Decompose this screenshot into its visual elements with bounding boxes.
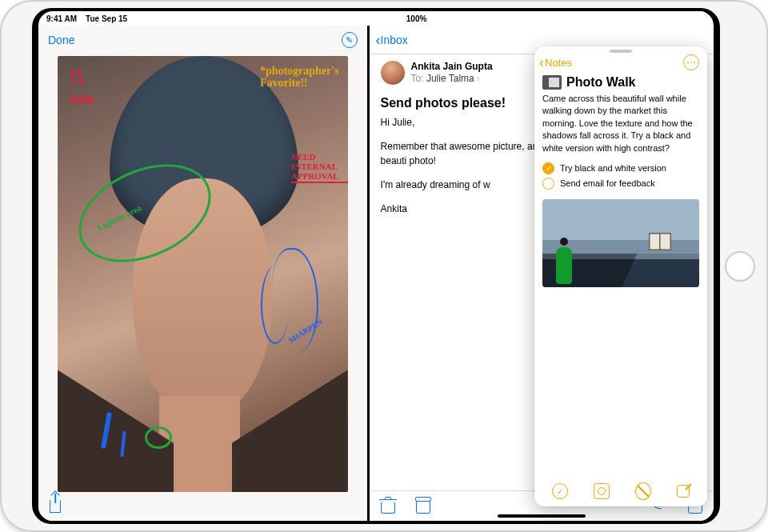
checkbox-checked-icon[interactable]: ✓ bbox=[542, 162, 554, 174]
more-icon[interactable]: ⋯ bbox=[683, 54, 699, 70]
checklist-icon[interactable]: ✓ bbox=[552, 483, 568, 499]
checklist-item[interactable]: Send email for feedback bbox=[542, 178, 699, 190]
checklist-label: Try black and white version bbox=[560, 163, 666, 173]
mail-to-label: To: bbox=[411, 73, 424, 84]
markup-icon[interactable] bbox=[635, 483, 651, 499]
chevron-left-icon: ‹ bbox=[539, 55, 544, 70]
home-button[interactable] bbox=[725, 251, 755, 282]
battery-percent: 100% bbox=[406, 14, 427, 23]
ipad-frame: 9:41 AM Tue Sep 15 100% Done ✎ bbox=[0, 0, 768, 532]
status-time: 9:41 AM bbox=[46, 14, 77, 23]
done-button[interactable]: Done bbox=[48, 34, 74, 46]
annotation-sharpen-stroke-2 bbox=[261, 266, 290, 344]
avatar[interactable] bbox=[381, 61, 405, 85]
photo-canvas[interactable]: !! ooo *photographer's Favorite!! NEED I… bbox=[58, 56, 348, 492]
checklist-item[interactable]: ✓ Try black and white version bbox=[542, 162, 699, 174]
notes-back-button[interactable]: ‹ Notes bbox=[539, 55, 572, 70]
note-thumbnail-icon bbox=[542, 75, 562, 90]
mail-from[interactable]: Ankita Jain Gupta bbox=[411, 61, 493, 73]
screen: 9:41 AM Tue Sep 15 100% Done ✎ bbox=[38, 11, 714, 521]
split-view: Done ✎ !! ooo *photogra bbox=[38, 26, 714, 521]
notes-slideover[interactable]: ‹ Notes ⋯ Photo Walk Came across this be… bbox=[534, 46, 707, 506]
checklist-label: Send email for feedback bbox=[560, 178, 655, 188]
note-attached-photo[interactable] bbox=[542, 199, 699, 287]
annotation-favorite: *photographer's Favorite!! bbox=[260, 65, 339, 90]
trash-icon[interactable] bbox=[381, 502, 395, 514]
status-bar: 9:41 AM Tue Sep 15 100% bbox=[38, 11, 714, 26]
share-icon[interactable] bbox=[50, 500, 61, 513]
archive-icon[interactable] bbox=[416, 499, 430, 514]
annotation-green-circle bbox=[145, 426, 172, 449]
mail-back-button[interactable]: Inbox bbox=[381, 34, 408, 46]
status-time-date: 9:41 AM Tue Sep 15 bbox=[46, 14, 127, 23]
checkbox-unchecked-icon[interactable] bbox=[542, 178, 554, 190]
mail-app-pane: ‹ Inbox Ankita Jain Gupta To: Julie Talm… bbox=[370, 26, 714, 521]
status-date: Tue Sep 15 bbox=[86, 14, 127, 23]
markup-app-pane: Done ✎ !! ooo *photogra bbox=[38, 26, 370, 521]
note-body[interactable]: Came across this beautiful wall while wa… bbox=[534, 93, 707, 159]
note-title: Photo Walk bbox=[566, 75, 636, 90]
mail-to[interactable]: Julie Talma bbox=[426, 73, 474, 84]
notes-back-label: Notes bbox=[545, 57, 572, 69]
markup-icon[interactable]: ✎ bbox=[342, 32, 358, 48]
home-indicator[interactable] bbox=[498, 514, 586, 518]
annotation-approval: NEED INTERNAL APPROVAL bbox=[291, 152, 339, 181]
camera-icon[interactable] bbox=[594, 483, 610, 499]
new-note-icon[interactable] bbox=[677, 485, 690, 498]
chevron-right-icon[interactable]: › bbox=[477, 73, 480, 84]
annotation-exclamations: !! ooo bbox=[70, 69, 94, 105]
